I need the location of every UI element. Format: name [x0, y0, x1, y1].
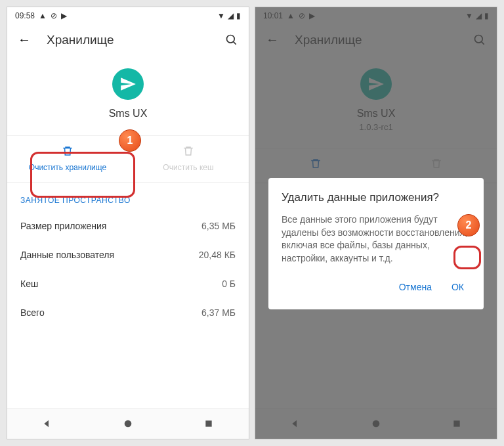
svg-line-1: [234, 41, 236, 44]
app-name: Sms UX: [7, 108, 249, 120]
nav-bar: [7, 408, 249, 439]
dialog-ok-button[interactable]: ОК: [445, 278, 471, 296]
status-time: 09:58: [15, 11, 35, 20]
nav-home-button[interactable]: [122, 418, 134, 430]
nav-recent-button[interactable]: [203, 418, 215, 430]
nav-back-button[interactable]: [41, 418, 53, 430]
row-app-size: Размер приложения 6,35 МБ: [7, 212, 249, 240]
page-title: Хранилище: [47, 33, 209, 47]
wifi-icon: ▼: [217, 11, 225, 20]
app-header: Sms UX: [7, 55, 249, 135]
back-button[interactable]: ←: [18, 32, 31, 47]
trash-icon: [133, 145, 243, 157]
trash-icon: [12, 145, 123, 157]
battery-icon: ▮: [236, 11, 241, 20]
row-user-data: Данные пользователя 20,48 КБ: [7, 240, 249, 269]
warning-icon: ▲: [39, 11, 47, 20]
dialog-text: Все данные этого приложения будут удален…: [282, 213, 471, 265]
section-header: ЗАНЯТОЕ ПРОСТРАНСТВО: [7, 183, 249, 212]
phone-screenshot-2: 10:01 ▲ ⊘ ▶ ▼ ◢ ▮ ← Хранилище Sms UX 1.0…: [255, 7, 497, 439]
annotation-badge-1: 1: [119, 129, 141, 152]
phone-screenshot-1: 09:58 ▲ ⊘ ▶ ▼ ◢ ▮ ← Хранилище Sms UX Очи…: [7, 7, 249, 439]
svg-rect-3: [205, 420, 211, 426]
app-icon: [112, 68, 144, 100]
row-total: Всего 6,37 МБ: [7, 298, 249, 327]
confirm-dialog: Удалить данные приложения? Все данные эт…: [268, 178, 484, 309]
no-icon: ⊘: [51, 11, 57, 20]
svg-point-0: [227, 35, 235, 43]
annotation-badge-2: 2: [457, 214, 480, 236]
row-cache: Кеш 0 Б: [7, 269, 249, 298]
clear-storage-label: Очистить хранилище: [29, 163, 106, 172]
signal-icon: ◢: [228, 11, 234, 20]
dialog-title: Удалить данные приложения?: [282, 191, 471, 204]
play-icon: ▶: [61, 11, 67, 20]
clear-cache-label: Очистить кеш: [163, 163, 213, 172]
app-bar: ← Хранилище: [7, 24, 249, 55]
dialog-cancel-button[interactable]: Отмена: [392, 278, 438, 296]
status-bar: 09:58 ▲ ⊘ ▶ ▼ ◢ ▮: [7, 7, 249, 24]
clear-cache-button: Очистить кеш: [128, 136, 249, 182]
svg-point-2: [125, 420, 132, 428]
clear-storage-button[interactable]: Очистить хранилище: [7, 136, 128, 182]
search-button[interactable]: [225, 33, 238, 47]
